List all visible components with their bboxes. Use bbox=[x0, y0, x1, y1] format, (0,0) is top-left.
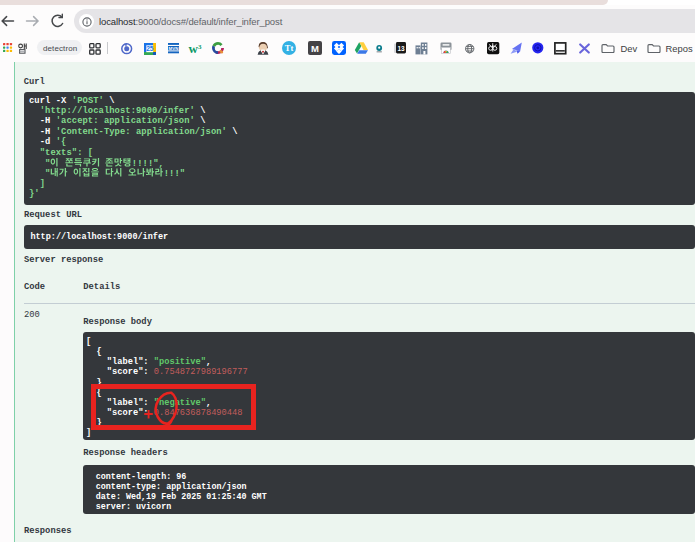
svg-text:MVN: MVN bbox=[168, 45, 178, 50]
svg-text:Tt: Tt bbox=[285, 43, 294, 53]
svg-text:13: 13 bbox=[397, 45, 405, 52]
svg-text:M: M bbox=[311, 43, 319, 54]
svg-text:25: 25 bbox=[146, 44, 154, 51]
